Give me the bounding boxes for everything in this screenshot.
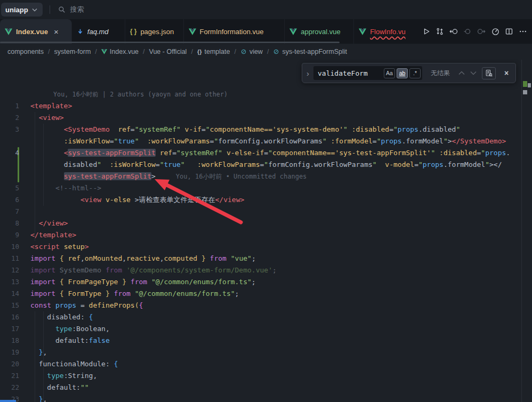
code-line[interactable]: 15const props = defineProps({ xyxy=(0,300,520,311)
code-text: import SystemDemo from '@/components/sys… xyxy=(30,266,277,274)
breadcrumb-item-components[interactable]: components xyxy=(7,48,44,55)
code-text: You, 16小时前 | 2 authors (yaoyn and one ot… xyxy=(30,90,228,98)
breadcrumb-item-index-vue[interactable]: Index.vue xyxy=(101,48,139,55)
more-actions-icon[interactable] xyxy=(516,25,530,38)
tab-faq-md[interactable]: faq.md xyxy=(72,19,125,44)
tab-label: Index.vue xyxy=(16,28,48,36)
code-line[interactable]: 22 default:"" xyxy=(0,382,520,393)
code-line[interactable]: disabled" :isWorkFlow="true" :workFlowPa… xyxy=(0,159,520,171)
code-line[interactable]: 1<template> xyxy=(0,100,520,112)
code-line[interactable]: 17 type:Boolean, xyxy=(0,323,520,335)
timeline-icon[interactable] xyxy=(488,25,502,38)
code-line[interactable]: 18 default:false xyxy=(0,335,520,347)
breadcrumb-separator: / xyxy=(267,48,269,55)
code-text: disabled" :isWorkFlow="true" :workFlowPa… xyxy=(30,160,502,168)
line-number: 7 xyxy=(0,206,19,218)
code-line[interactable]: 23 }, xyxy=(0,393,520,402)
breadcrumb-item-template[interactable]: {} template xyxy=(197,48,230,55)
breadcrumb-item-vue-official[interactable]: Vue - Official xyxy=(149,48,187,55)
editor-pane[interactable]: You, 16小时前 | 2 authors (yaoyn and one ot… xyxy=(0,60,532,402)
breadcrumb-item-view[interactable]: view xyxy=(240,48,263,55)
project-menu-button[interactable]: uniapp xyxy=(1,3,43,17)
tab-pages-json[interactable]: { } pages.json xyxy=(125,19,184,44)
vue-icon xyxy=(5,28,12,35)
status-bar-accent xyxy=(0,400,16,402)
code-text: import { ref,onMounted,reactive,computed… xyxy=(30,254,256,262)
line-number: 13 xyxy=(0,276,19,288)
line-number: 19 xyxy=(0,347,19,358)
code-text: <template> xyxy=(30,102,72,110)
find-input[interactable]: validateForm Aa ab .* xyxy=(313,66,422,80)
code-line[interactable]: 10<script setup> xyxy=(0,241,520,253)
find-in-selection-icon[interactable] xyxy=(482,67,496,79)
split-editor-icon[interactable] xyxy=(502,25,516,38)
code-text: <view> xyxy=(30,114,64,122)
title-bar: uniapp 搜索 xyxy=(0,0,532,19)
vue-icon xyxy=(101,49,107,54)
code-line[interactable]: 8 </view> xyxy=(0,218,520,229)
code-text: }, xyxy=(30,348,47,356)
run-icon[interactable] xyxy=(419,25,433,38)
global-search[interactable]: 搜索 xyxy=(58,5,84,14)
code-line[interactable]: 13import { FromPageType } from "@/common… xyxy=(0,276,520,288)
breadcrumb-item-sys-test-appformsplit[interactable]: sys-test-appFormSplit xyxy=(273,48,347,55)
next-match-icon[interactable] xyxy=(470,71,477,75)
code-text: import { FormType } from "@/common/enums… xyxy=(30,290,239,298)
vscode-window: uniapp 搜索 Index.vue × faq.md { } pages.j… xyxy=(0,0,532,402)
tab-flowinfo-vue[interactable]: FlowInfo.vu xyxy=(354,19,419,44)
close-icon[interactable]: × xyxy=(54,28,59,36)
code-line[interactable]: 4 <sys-test-appFormSplit ref="systemRef"… xyxy=(0,147,520,159)
close-icon[interactable]: × xyxy=(504,69,509,77)
code-text: functionalModule: { xyxy=(30,360,118,368)
line-number: 10 xyxy=(0,241,19,253)
navigate-back-icon[interactable] xyxy=(447,25,461,38)
code-line[interactable]: 14import { FormType } from "@/common/enu… xyxy=(0,288,520,300)
navigate-forward-icon[interactable] xyxy=(474,25,488,38)
tab-label: approval.vue xyxy=(301,28,340,36)
match-case-button[interactable]: Aa xyxy=(384,68,395,78)
tab-label: pages.json xyxy=(140,28,174,36)
line-number: 3 xyxy=(0,124,19,135)
tab-forminformation-vue[interactable]: FormInformation.vue xyxy=(184,19,285,44)
line-number: 4 xyxy=(0,147,19,159)
code-line[interactable]: 6 <view v-else >请检查表单文件是否存在</view> xyxy=(0,194,520,206)
code-line[interactable]: 9</template> xyxy=(0,229,520,241)
line-number: 16 xyxy=(0,311,19,323)
code-line[interactable]: :isWorkFlow="true" :workFlowParams="form… xyxy=(0,135,520,147)
line-number: 15 xyxy=(0,300,19,311)
find-widget: › validateForm Aa ab .* 无结果 × xyxy=(302,63,516,83)
breadcrumb-item-system-form[interactable]: system-form xyxy=(54,48,91,55)
code-line[interactable]: 7 xyxy=(0,206,520,218)
ring-icon[interactable] xyxy=(461,25,474,38)
code-line[interactable]: 12import SystemDemo from '@/components/s… xyxy=(0,264,520,276)
line-number: 5 xyxy=(0,182,19,194)
editor-actions xyxy=(419,19,532,44)
breadcrumb-separator: / xyxy=(48,48,50,55)
code-line[interactable]: 11import { ref,onMounted,reactive,comput… xyxy=(0,253,520,264)
markdown-arrow-icon xyxy=(77,28,84,35)
code-line[interactable]: 16 disabled: { xyxy=(0,311,520,323)
tab-approval-vue[interactable]: approval.vue xyxy=(285,19,354,44)
code-line[interactable]: 2 <view> xyxy=(0,112,520,124)
code-line[interactable]: sys-test-appFormSplit>You, 16小时前 • Uncom… xyxy=(0,171,520,182)
line-number: 22 xyxy=(0,382,19,393)
code-line[interactable]: 19 }, xyxy=(0,347,520,358)
code-line[interactable]: 21 type:String, xyxy=(0,370,520,382)
toggle-replace-icon[interactable]: › xyxy=(307,69,309,78)
code-line[interactable]: 3 <SystemDemo ref="systemRef" v-if="comp… xyxy=(0,124,520,135)
vue-icon xyxy=(189,28,196,35)
whole-word-button[interactable]: ab xyxy=(397,68,408,78)
code-text: default:"" xyxy=(30,383,89,391)
code-line[interactable]: 20 functionalModule: { xyxy=(0,358,520,370)
code-text: sys-test-appFormSplit>You, 16小时前 • Uncom… xyxy=(30,172,307,180)
code-text: }, xyxy=(30,395,47,402)
tab-index-vue[interactable]: Index.vue × xyxy=(0,19,72,44)
regex-button[interactable]: .* xyxy=(409,68,421,78)
compare-changes-icon[interactable] xyxy=(433,25,447,38)
previous-match-icon[interactable] xyxy=(458,71,465,75)
tabbar-scrollbar[interactable] xyxy=(0,42,340,43)
code-line[interactable]: 5 <!--html--> xyxy=(0,182,520,194)
code-line[interactable]: You, 16小时前 | 2 authors (yaoyn and one ot… xyxy=(0,89,520,100)
code-lines: You, 16小时前 | 2 authors (yaoyn and one ot… xyxy=(0,89,520,402)
project-label: uniapp xyxy=(5,6,28,14)
